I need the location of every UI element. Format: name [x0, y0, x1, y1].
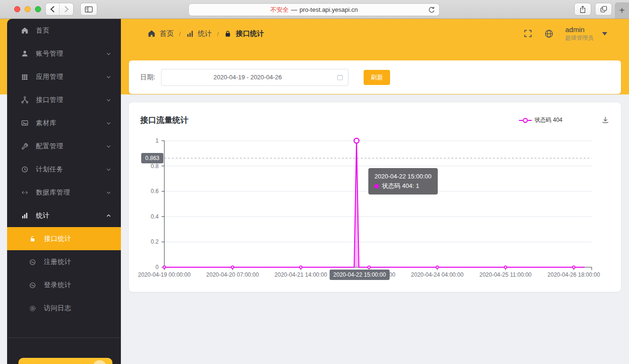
- address-bar[interactable]: 不安全 — pro-test.api.yesapi.cn: [188, 3, 440, 16]
- grid-lines: [164, 141, 592, 242]
- reload-button[interactable]: [428, 6, 435, 14]
- lock-open-icon: [28, 235, 37, 243]
- peak-marker[interactable]: [354, 138, 359, 143]
- chevron-down-icon: [106, 51, 111, 57]
- chevron-up-icon: [106, 213, 111, 219]
- svg-text:2020-04-26 18:00:00: 2020-04-26 18:00:00: [547, 271, 600, 278]
- svg-text:2020-04-25 11:00:00: 2020-04-25 11:00:00: [479, 271, 532, 278]
- bar-chart-icon: [20, 212, 29, 220]
- browser-toolbar: 不安全 — pro-test.api.yesapi.cn +: [0, 0, 629, 19]
- security-warning-label: 不安全: [270, 6, 289, 14]
- reload-icon: [428, 6, 435, 14]
- share-button[interactable]: [574, 3, 591, 16]
- grid-icon: [20, 73, 29, 81]
- sidebar-item-home[interactable]: 首页: [7, 19, 121, 42]
- sidebar-item-database[interactable]: 数据库管理: [7, 181, 121, 204]
- url-host: pro-test.api.yesapi.cn: [299, 6, 358, 13]
- date-range-input[interactable]: [161, 69, 348, 86]
- user-menu[interactable]: admin 超级管理员: [565, 25, 594, 42]
- tabs-button[interactable]: [595, 3, 612, 16]
- line-chart: 1 0.8 0.6 0.4 0.2 0 2020-04-19 00:00:00 …: [129, 102, 621, 292]
- new-tab-button[interactable]: +: [615, 2, 629, 18]
- lock-icon: [224, 30, 232, 38]
- axes: [162, 141, 592, 270]
- date-range-field: [161, 69, 348, 86]
- chevron-down-icon: [106, 74, 111, 80]
- sidebar-toggle-button[interactable]: [80, 3, 97, 16]
- line-chart-icon: [28, 281, 37, 289]
- back-button[interactable]: [46, 3, 60, 15]
- header-actions: admin 超级管理员: [523, 22, 607, 45]
- user-icon: [20, 50, 29, 58]
- chevron-down-icon: [106, 97, 111, 103]
- svg-text:2020-04-24 04:00:00: 2020-04-24 04:00:00: [411, 271, 464, 278]
- series-line: [164, 141, 585, 267]
- calendar-icon: [336, 74, 344, 81]
- svg-text:0.863: 0.863: [145, 155, 159, 161]
- home-icon: [147, 29, 156, 38]
- share-icon: [579, 5, 586, 14]
- chevron-down-icon: [106, 120, 111, 126]
- fullscreen-icon[interactable]: [523, 29, 533, 38]
- breadcrumb-current: 接口统计: [224, 29, 264, 38]
- sidebar-item-config[interactable]: 配置管理: [7, 135, 121, 158]
- refresh-button[interactable]: 刷新: [364, 70, 390, 85]
- sidebar-subitem-access-log[interactable]: 访问日志: [7, 296, 121, 320]
- sidebar-divider: [7, 338, 121, 338]
- wrench-icon: [20, 142, 29, 151]
- minimize-button[interactable]: [25, 6, 31, 12]
- chevron-down-icon: [106, 144, 111, 149]
- chevron-down-icon: [106, 190, 111, 195]
- sidebar-subitem-login-stats[interactable]: 登录统计: [7, 273, 121, 296]
- svg-text:2020-04-22 15:00:00: 2020-04-22 15:00:00: [333, 271, 386, 278]
- sidebar-bottom-button[interactable]: [18, 358, 112, 364]
- sidebar-subitem-api-stats[interactable]: 接口统计: [7, 227, 121, 250]
- sidebar-item-apis[interactable]: 接口管理: [7, 88, 121, 111]
- code-icon: [20, 188, 29, 197]
- history-nav-group: [45, 3, 74, 16]
- sidebar-item-apps[interactable]: 应用管理: [7, 65, 121, 88]
- zoom-button[interactable]: [35, 6, 41, 12]
- image-icon: [20, 119, 29, 127]
- sidebar-item-cron[interactable]: 计划任务: [7, 158, 121, 181]
- chevron-right-icon: [63, 6, 69, 13]
- svg-text:0.8: 0.8: [151, 163, 159, 169]
- sidebar-icon: [85, 6, 93, 13]
- svg-text:2020-04-21 14:00:00: 2020-04-21 14:00:00: [274, 271, 327, 278]
- forward-button[interactable]: [60, 3, 73, 15]
- axis-pointer-y-label: 0.863: [141, 153, 163, 163]
- home-icon: [20, 26, 29, 35]
- chevron-down-icon: [106, 167, 111, 172]
- sidebar-subitem-register-stats[interactable]: 注册统计: [7, 250, 121, 273]
- date-label: 日期:: [140, 73, 155, 82]
- chevron-left-icon: [50, 6, 56, 13]
- traffic-chart-card: 接口流量统计 状态码 404: [129, 102, 621, 292]
- chevron-down-icon: [602, 32, 607, 35]
- svg-text:2020-04-20 07:00:00: 2020-04-20 07:00:00: [206, 271, 259, 278]
- svg-text:0.6: 0.6: [151, 188, 159, 195]
- sidebar-item-materials[interactable]: 素材库: [7, 111, 121, 135]
- share-nodes-icon: [20, 96, 29, 104]
- axis-pointer-x-label: 2020-04-22 15:00:00: [330, 270, 390, 280]
- window-controls: [14, 6, 41, 12]
- svg-text:0.2: 0.2: [151, 238, 159, 245]
- button-highlight: [93, 360, 107, 364]
- sidebar-item-stats[interactable]: 统计: [7, 204, 121, 227]
- svg-text:2020-04-19 00:00:00: 2020-04-19 00:00:00: [138, 271, 191, 278]
- bar-chart-icon: [186, 30, 194, 38]
- sidebar-item-accounts[interactable]: 账号管理: [7, 42, 121, 65]
- line-chart-icon: [28, 258, 37, 266]
- svg-text:1: 1: [155, 137, 159, 144]
- close-button[interactable]: [14, 6, 20, 12]
- breadcrumb: 首页 / 统计 / 接口统计: [147, 19, 264, 48]
- badge-icon: [28, 304, 37, 313]
- user-role: 超级管理员: [565, 34, 594, 42]
- breadcrumb-stats[interactable]: 统计: [186, 29, 212, 38]
- tabs-icon: [600, 5, 608, 13]
- svg-text:0.4: 0.4: [151, 213, 159, 220]
- breadcrumb-home[interactable]: 首页: [147, 29, 174, 38]
- sidebar: 首页 账号管理 应用管理 接口管理: [7, 19, 121, 364]
- svg-text:0: 0: [155, 264, 159, 271]
- globe-icon[interactable]: [544, 29, 554, 39]
- filter-panel: 日期: 刷新: [129, 60, 621, 94]
